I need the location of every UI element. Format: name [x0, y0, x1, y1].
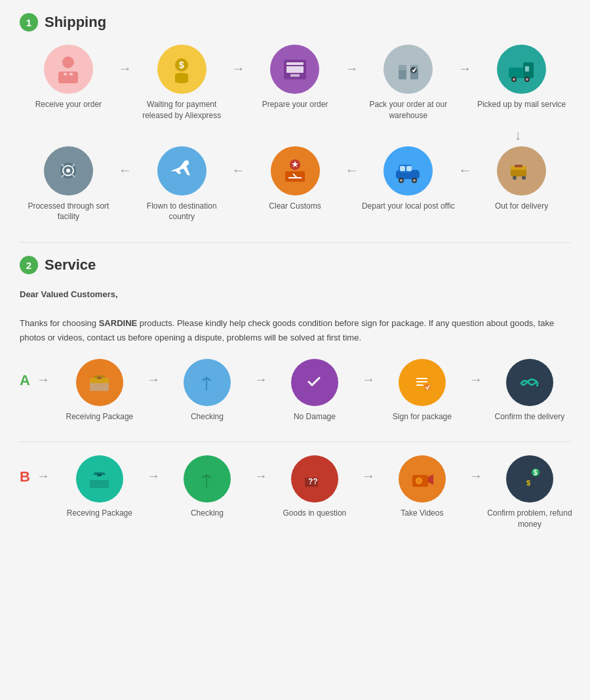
flow-item-customs: Clear Customs — [246, 146, 344, 212]
svg-rect-12 — [406, 62, 410, 81]
delivery-label: Out for delivery — [495, 201, 548, 212]
a-sign-icon — [399, 359, 446, 406]
scenario-a-item-5: Confirm the delivery — [484, 359, 576, 422]
flow-item-pack: Pack your order at our warehouse — [359, 45, 457, 121]
service-header: 2 Service — [20, 256, 570, 274]
a-confirm-icon — [506, 359, 553, 406]
svg-point-24 — [513, 176, 517, 180]
flow-item-processed: Processed through sort facility — [20, 146, 117, 223]
flown-icon — [157, 146, 206, 196]
receive-icon — [44, 45, 93, 94]
b-video-label: Take Videos — [401, 508, 443, 519]
flown-label: Flown to destination country — [133, 201, 231, 223]
svg-rect-33 — [400, 166, 405, 171]
arrow-6: ← — [344, 163, 359, 178]
b-receiving-icon — [76, 455, 123, 503]
a-checking-icon — [184, 359, 231, 406]
pack-icon — [384, 45, 433, 94]
svg-point-56 — [525, 470, 533, 478]
scenario-a-row: A → Receiving Package → — [20, 359, 570, 422]
svg-rect-20 — [525, 66, 529, 72]
svg-point-37 — [66, 169, 70, 173]
shipping-section: 1 Shipping Receive your order → $ — [20, 13, 570, 222]
shipping-header: 1 Shipping — [20, 13, 570, 31]
service-body: Thanks for choosing SARDINE products. Pl… — [20, 316, 570, 345]
svg-rect-3 — [69, 73, 73, 75]
shipping-title: Shipping — [45, 14, 106, 31]
a-nodamage-label: No Damage — [294, 411, 336, 422]
scenario-a-items: Receiving Package → Checking → — [54, 359, 576, 422]
svg-point-31 — [413, 179, 416, 182]
a-nodamage-icon — [291, 359, 338, 406]
scenario-b-item-3: ?? Goods in question — [269, 455, 361, 519]
a-checking-label: Checking — [191, 411, 224, 422]
service-text-block: Dear Valued Customers, Thanks for choosi… — [20, 287, 570, 345]
svg-rect-23 — [515, 165, 522, 167]
svg-point-17 — [513, 78, 515, 81]
arrow-5: ← — [457, 163, 473, 178]
b-question-icon: ?? — [291, 455, 338, 503]
service-title: Service — [45, 257, 96, 274]
customs-icon — [271, 146, 320, 196]
svg-text:$: $ — [179, 60, 184, 70]
prepare-icon — [270, 45, 319, 94]
scenario-b-item-5: $ $ Confirm problem, refund money — [484, 455, 576, 530]
svg-rect-2 — [64, 73, 67, 75]
scenario-b-letter: B — [20, 468, 30, 485]
arrow-a3: → — [361, 372, 376, 387]
depart-icon — [384, 146, 433, 196]
b-checking-icon — [184, 455, 231, 503]
flow-item-delivery: Out for delivery — [473, 146, 570, 212]
b-refund-label: Confirm problem, refund money — [484, 508, 576, 530]
flow-item-depart: Depart your local post offic — [359, 146, 457, 212]
flow-item-receive: Receive your order — [20, 45, 117, 110]
svg-rect-40 — [97, 377, 102, 379]
a-receiving-icon — [76, 359, 123, 406]
shipping-row-2: Out for delivery ← Depart your local pos… — [20, 146, 570, 223]
pickup-icon — [497, 45, 546, 94]
flow-item-prepare: Prepare your order — [246, 45, 344, 110]
arrow-b1: → — [146, 468, 161, 484]
section-divider-2 — [20, 442, 570, 442]
prepare-label: Prepare your order — [262, 99, 328, 110]
processed-icon — [44, 146, 93, 196]
b-question-label: Goods in question — [283, 508, 347, 519]
arrow-3: → — [344, 61, 359, 76]
section-divider-1 — [20, 242, 570, 243]
scenario-a-item-2: Checking — [161, 359, 253, 422]
scenario-b-item-4: Take Videos — [376, 455, 468, 519]
arrow-a1: → — [146, 372, 161, 387]
arrow-b2: → — [253, 468, 269, 484]
b-video-icon — [399, 455, 446, 503]
scenario-a-letter: A — [20, 372, 30, 389]
flow-item-pickup: Picked up by mail service — [473, 45, 570, 110]
pack-label: Pack your order at our warehouse — [359, 99, 457, 121]
brand-name: SARDINE — [99, 318, 138, 328]
svg-text:$: $ — [526, 479, 530, 487]
b-refund-icon: $ $ — [506, 455, 553, 503]
svg-rect-32 — [406, 166, 412, 171]
pickup-label: Picked up by mail service — [477, 99, 566, 110]
svg-rect-7 — [286, 62, 304, 65]
arrow-7: ← — [231, 163, 246, 178]
flow-item-flown: Flown to destination country — [133, 146, 231, 223]
customs-label: Clear Customs — [269, 201, 321, 212]
svg-rect-1 — [58, 72, 78, 83]
svg-rect-9 — [290, 74, 300, 77]
shipping-row-1: Receive your order → $ Waiting for payme… — [20, 45, 570, 121]
arrow-a4: → — [468, 372, 484, 387]
svg-point-29 — [400, 179, 403, 182]
delivery-icon — [497, 146, 546, 196]
svg-rect-43 — [416, 378, 427, 379]
a-confirm-label: Confirm the delivery — [495, 411, 565, 422]
arrow-1: → — [117, 61, 133, 76]
svg-point-25 — [522, 176, 526, 180]
scenario-b-item-1: Receving Package — [54, 455, 146, 519]
scenario-b-row: B → Receving Package → — [20, 455, 570, 530]
scenario-a-item-4: Sign for package — [376, 359, 468, 422]
a-receiving-label: Receiving Package — [66, 411, 134, 422]
arrow-2: → — [231, 61, 246, 76]
svg-point-55 — [417, 479, 421, 483]
svg-point-0 — [62, 56, 74, 68]
shipping-number: 1 — [20, 13, 38, 31]
